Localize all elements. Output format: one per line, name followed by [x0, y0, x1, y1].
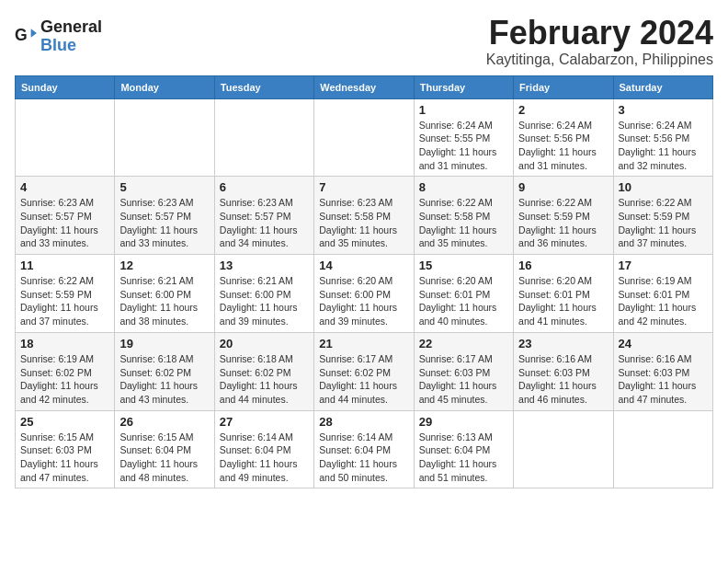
day-info: Sunrise: 6:19 AM Sunset: 6:02 PM Dayligh…	[20, 352, 109, 407]
day-info: Sunrise: 6:20 AM Sunset: 6:01 PM Dayligh…	[419, 274, 508, 328]
calendar-cell: 8Sunrise: 6:22 AM Sunset: 5:58 PM Daylig…	[414, 177, 513, 255]
header-wednesday: Wednesday	[314, 75, 414, 98]
calendar-cell: 29Sunrise: 6:13 AM Sunset: 6:04 PM Dayli…	[414, 410, 513, 488]
day-info: Sunrise: 6:15 AM Sunset: 6:04 PM Dayligh…	[119, 431, 209, 485]
calendar-cell: 16Sunrise: 6:20 AM Sunset: 6:01 PM Dayli…	[514, 255, 613, 333]
calendar-cell: 23Sunrise: 6:16 AM Sunset: 6:03 PM Dayli…	[514, 332, 613, 410]
calendar-week-3: 11Sunrise: 6:22 AM Sunset: 5:59 PM Dayli…	[16, 255, 713, 333]
page-header: G General Blue February 2024 Kaytitinga,…	[15, 15, 713, 68]
calendar-cell: 25Sunrise: 6:15 AM Sunset: 6:03 PM Dayli…	[16, 410, 115, 488]
calendar-cell: 14Sunrise: 6:20 AM Sunset: 6:00 PM Dayli…	[314, 255, 414, 333]
day-number: 28	[319, 415, 408, 429]
day-number: 6	[220, 180, 309, 194]
calendar-cell: 26Sunrise: 6:15 AM Sunset: 6:04 PM Dayli…	[115, 410, 214, 488]
logo-icon: G	[15, 26, 37, 48]
day-number: 3	[619, 103, 708, 117]
day-number: 16	[518, 259, 608, 272]
calendar-week-5: 25Sunrise: 6:15 AM Sunset: 6:03 PM Dayli…	[16, 410, 713, 488]
day-number: 18	[20, 337, 109, 350]
day-info: Sunrise: 6:21 AM Sunset: 6:00 PM Dayligh…	[220, 274, 309, 328]
calendar-header-row: SundayMondayTuesdayWednesdayThursdayFrid…	[16, 75, 713, 98]
calendar-cell: 7Sunrise: 6:23 AM Sunset: 5:58 PM Daylig…	[314, 177, 414, 255]
header-friday: Friday	[514, 75, 613, 98]
day-info: Sunrise: 6:23 AM Sunset: 5:57 PM Dayligh…	[220, 196, 309, 250]
calendar-week-2: 4Sunrise: 6:23 AM Sunset: 5:57 PM Daylig…	[16, 177, 713, 255]
calendar-week-4: 18Sunrise: 6:19 AM Sunset: 6:02 PM Dayli…	[16, 332, 713, 410]
day-info: Sunrise: 6:23 AM Sunset: 5:57 PM Dayligh…	[119, 196, 209, 250]
calendar-cell: 15Sunrise: 6:20 AM Sunset: 6:01 PM Dayli…	[414, 255, 513, 333]
day-number: 23	[518, 337, 608, 350]
calendar-cell	[115, 98, 214, 177]
header-saturday: Saturday	[613, 75, 712, 98]
calendar-body: 1Sunrise: 6:24 AM Sunset: 5:55 PM Daylig…	[16, 98, 713, 488]
calendar-cell: 20Sunrise: 6:18 AM Sunset: 6:02 PM Dayli…	[214, 332, 313, 410]
calendar-table: SundayMondayTuesdayWednesdayThursdayFrid…	[15, 75, 713, 489]
day-number: 25	[20, 415, 109, 429]
calendar-cell	[16, 98, 115, 177]
calendar-cell: 17Sunrise: 6:19 AM Sunset: 6:01 PM Dayli…	[613, 255, 712, 333]
day-info: Sunrise: 6:21 AM Sunset: 6:00 PM Dayligh…	[119, 274, 209, 328]
day-number: 8	[419, 180, 508, 194]
svg-marker-1	[31, 29, 37, 38]
calendar-cell	[613, 410, 712, 488]
day-info: Sunrise: 6:18 AM Sunset: 6:02 PM Dayligh…	[220, 352, 309, 407]
calendar-cell: 10Sunrise: 6:22 AM Sunset: 5:59 PM Dayli…	[613, 177, 712, 255]
day-info: Sunrise: 6:22 AM Sunset: 5:58 PM Dayligh…	[419, 196, 508, 250]
calendar-cell: 2Sunrise: 6:24 AM Sunset: 5:56 PM Daylig…	[514, 98, 613, 177]
day-number: 19	[119, 337, 209, 350]
calendar-cell: 24Sunrise: 6:16 AM Sunset: 6:03 PM Dayli…	[613, 332, 712, 410]
calendar-cell: 3Sunrise: 6:24 AM Sunset: 5:56 PM Daylig…	[613, 98, 712, 177]
day-number: 1	[419, 103, 508, 117]
calendar-cell: 18Sunrise: 6:19 AM Sunset: 6:02 PM Dayli…	[16, 332, 115, 410]
day-number: 11	[20, 259, 109, 272]
day-number: 14	[319, 259, 408, 272]
calendar-cell: 9Sunrise: 6:22 AM Sunset: 5:59 PM Daylig…	[514, 177, 613, 255]
day-number: 2	[518, 103, 608, 117]
day-number: 22	[419, 337, 508, 350]
logo-line1: General	[40, 18, 102, 37]
calendar-cell	[514, 410, 613, 488]
day-info: Sunrise: 6:22 AM Sunset: 5:59 PM Dayligh…	[20, 274, 109, 328]
day-info: Sunrise: 6:14 AM Sunset: 6:04 PM Dayligh…	[220, 431, 309, 485]
day-info: Sunrise: 6:20 AM Sunset: 6:01 PM Dayligh…	[518, 274, 608, 328]
day-info: Sunrise: 6:19 AM Sunset: 6:01 PM Dayligh…	[619, 274, 708, 328]
calendar-cell	[214, 98, 313, 177]
day-number: 12	[119, 259, 209, 272]
logo-line2: Blue	[40, 37, 102, 55]
calendar-cell: 19Sunrise: 6:18 AM Sunset: 6:02 PM Dayli…	[115, 332, 214, 410]
page-title: February 2024	[486, 15, 713, 52]
day-info: Sunrise: 6:13 AM Sunset: 6:04 PM Dayligh…	[419, 431, 508, 485]
calendar-cell: 5Sunrise: 6:23 AM Sunset: 5:57 PM Daylig…	[115, 177, 214, 255]
title-area: February 2024 Kaytitinga, Calabarzon, Ph…	[486, 15, 713, 68]
day-number: 27	[220, 415, 309, 429]
day-number: 29	[419, 415, 508, 429]
day-number: 24	[619, 337, 708, 350]
header-sunday: Sunday	[16, 75, 115, 98]
day-number: 5	[119, 180, 209, 194]
calendar-cell: 21Sunrise: 6:17 AM Sunset: 6:02 PM Dayli…	[314, 332, 414, 410]
calendar-cell: 6Sunrise: 6:23 AM Sunset: 5:57 PM Daylig…	[214, 177, 313, 255]
day-number: 17	[619, 259, 708, 272]
day-info: Sunrise: 6:22 AM Sunset: 5:59 PM Dayligh…	[518, 196, 608, 250]
calendar-cell: 13Sunrise: 6:21 AM Sunset: 6:00 PM Dayli…	[214, 255, 313, 333]
calendar-cell: 27Sunrise: 6:14 AM Sunset: 6:04 PM Dayli…	[214, 410, 313, 488]
day-number: 21	[319, 337, 408, 350]
day-info: Sunrise: 6:23 AM Sunset: 5:58 PM Dayligh…	[319, 196, 408, 250]
day-info: Sunrise: 6:20 AM Sunset: 6:00 PM Dayligh…	[319, 274, 408, 328]
day-number: 10	[619, 180, 708, 194]
day-info: Sunrise: 6:16 AM Sunset: 6:03 PM Dayligh…	[518, 352, 608, 407]
calendar-week-1: 1Sunrise: 6:24 AM Sunset: 5:55 PM Daylig…	[16, 98, 713, 177]
calendar-cell: 28Sunrise: 6:14 AM Sunset: 6:04 PM Dayli…	[314, 410, 414, 488]
calendar-cell: 12Sunrise: 6:21 AM Sunset: 6:00 PM Dayli…	[115, 255, 214, 333]
page-subtitle: Kaytitinga, Calabarzon, Philippines	[486, 52, 713, 68]
calendar-cell	[314, 98, 414, 177]
calendar-cell: 22Sunrise: 6:17 AM Sunset: 6:03 PM Dayli…	[414, 332, 513, 410]
day-info: Sunrise: 6:16 AM Sunset: 6:03 PM Dayligh…	[619, 352, 708, 407]
day-info: Sunrise: 6:22 AM Sunset: 5:59 PM Dayligh…	[619, 196, 708, 250]
logo: G General Blue	[15, 18, 102, 55]
day-info: Sunrise: 6:17 AM Sunset: 6:02 PM Dayligh…	[319, 352, 408, 407]
day-info: Sunrise: 6:24 AM Sunset: 5:55 PM Dayligh…	[419, 119, 508, 173]
day-info: Sunrise: 6:23 AM Sunset: 5:57 PM Dayligh…	[20, 196, 109, 250]
day-info: Sunrise: 6:24 AM Sunset: 5:56 PM Dayligh…	[619, 119, 708, 173]
calendar-cell: 11Sunrise: 6:22 AM Sunset: 5:59 PM Dayli…	[16, 255, 115, 333]
